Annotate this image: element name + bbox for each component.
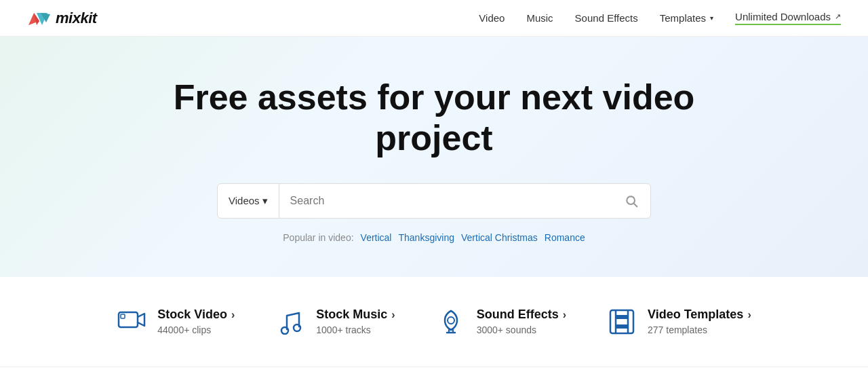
stock-video-title: Stock Video › [157, 308, 235, 322]
search-input[interactable] [279, 195, 612, 207]
tag-vertical-christmas[interactable]: Vertical Christmas [461, 232, 538, 243]
search-button[interactable] [612, 184, 650, 218]
nav-unlimited-downloads[interactable]: Unlimited Downloads ↗ [735, 11, 841, 25]
nav-video[interactable]: Video [479, 12, 505, 24]
svg-rect-17 [616, 324, 628, 329]
logo-text: mixkit [56, 10, 97, 27]
search-icon [625, 194, 638, 208]
search-container: Videos ▾ [27, 183, 841, 219]
svg-point-4 [627, 196, 635, 204]
stock-music-count: 1000+ tracks [316, 324, 395, 335]
video-templates-count: 277 templates [648, 324, 751, 335]
sound-effects-icon [436, 307, 466, 337]
stock-video-count: 44000+ clips [157, 324, 235, 335]
stock-video-icon [117, 307, 146, 337]
category-cards: Stock Video › 44000+ clips Stock Music ›… [0, 277, 868, 367]
category-stock-music[interactable]: Stock Music › 1000+ tracks [275, 307, 395, 337]
svg-point-10 [448, 317, 454, 324]
main-nav: Video Music Sound Effects Templates ▾ Un… [479, 11, 841, 25]
popular-tags: Popular in video: Vertical Thanksgiving … [27, 232, 841, 243]
sound-effects-count: 3000+ sounds [477, 324, 566, 335]
external-link-icon: ↗ [835, 12, 841, 21]
category-sound-effects[interactable]: Sound Effects › 3000+ sounds [436, 307, 566, 337]
video-templates-icon [607, 307, 637, 337]
nav-templates[interactable]: Templates ▾ [660, 12, 713, 24]
nav-sound-effects[interactable]: Sound Effects [575, 12, 638, 24]
hero-title: Free assets for your next video project [129, 77, 739, 159]
templates-chevron-icon: ▾ [710, 14, 713, 22]
video-templates-title: Video Templates › [648, 308, 751, 322]
popular-section: Popular stock footage categories View al… [0, 367, 868, 391]
search-category-chevron-icon: ▾ [262, 195, 268, 207]
hero-section: Free assets for your next video project … [0, 37, 868, 277]
header: mixkit Video Music Sound Effects Templat… [0, 0, 868, 37]
tag-romance[interactable]: Romance [545, 232, 585, 243]
category-video-templates[interactable]: Video Templates › 277 templates [607, 307, 751, 337]
stock-music-title: Stock Music › [316, 308, 395, 322]
search-box: Videos ▾ [217, 183, 651, 219]
logo[interactable]: mixkit [27, 9, 97, 28]
stock-music-icon [275, 307, 305, 337]
search-category-label: Videos [229, 195, 260, 206]
search-category-dropdown[interactable]: Videos ▾ [218, 184, 279, 218]
logo-icon [27, 9, 52, 28]
popular-label: Popular in video: [283, 232, 353, 243]
svg-point-8 [281, 327, 288, 334]
svg-rect-7 [121, 314, 125, 318]
sound-effects-title: Sound Effects › [477, 308, 566, 322]
svg-rect-16 [616, 315, 628, 319]
svg-line-5 [634, 204, 637, 206]
tag-vertical[interactable]: Vertical [361, 232, 392, 243]
svg-point-9 [294, 324, 300, 331]
tag-thanksgiving[interactable]: Thanksgiving [398, 232, 454, 243]
svg-rect-13 [610, 310, 633, 333]
nav-music[interactable]: Music [526, 12, 553, 24]
category-stock-video[interactable]: Stock Video › 44000+ clips [117, 307, 235, 337]
